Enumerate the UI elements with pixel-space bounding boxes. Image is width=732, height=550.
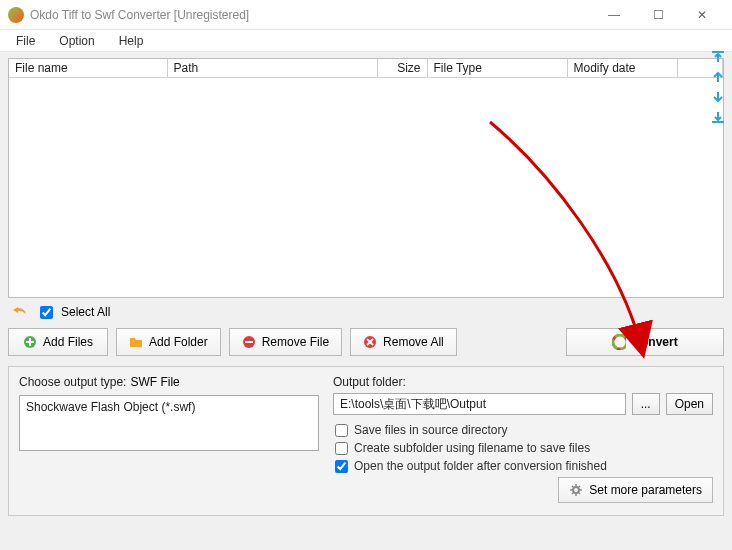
titlebar: Okdo Tiff to Swf Converter [Unregistered…: [0, 0, 732, 30]
output-type-select[interactable]: Shockwave Flash Object (*.swf): [19, 395, 319, 451]
svg-rect-2: [245, 341, 253, 343]
toolbar: Add Files Add Folder Remove File Remove …: [8, 328, 724, 356]
menu-file[interactable]: File: [6, 32, 45, 50]
close-button[interactable]: ✕: [680, 1, 724, 29]
move-up-icon[interactable]: [710, 70, 726, 84]
move-down-icon[interactable]: [710, 90, 726, 104]
undo-icon[interactable]: [12, 304, 32, 320]
create-subfolder-label: Create subfolder using filename to save …: [354, 441, 590, 455]
app-icon: [8, 7, 24, 23]
folder-icon: [129, 335, 143, 349]
col-modify[interactable]: Modify date: [567, 59, 677, 78]
output-folder-input[interactable]: [333, 393, 626, 415]
minus-icon: [242, 335, 256, 349]
remove-all-button[interactable]: Remove All: [350, 328, 457, 356]
create-subfolder-checkbox[interactable]: [335, 442, 348, 455]
svg-point-6: [573, 487, 579, 493]
move-bottom-icon[interactable]: [710, 110, 726, 124]
reorder-icons: [710, 50, 726, 124]
output-panel: Choose output type: SWF File Shockwave F…: [8, 366, 724, 516]
convert-button[interactable]: Convert: [566, 328, 724, 356]
set-more-parameters-button[interactable]: Set more parameters: [558, 477, 713, 503]
select-all-row: Select All: [8, 298, 724, 328]
remove-file-button[interactable]: Remove File: [229, 328, 342, 356]
maximize-button[interactable]: ☐: [636, 1, 680, 29]
save-in-source-label: Save files in source directory: [354, 423, 507, 437]
minimize-button[interactable]: —: [592, 1, 636, 29]
select-all-checkbox[interactable]: [40, 306, 53, 319]
plus-icon: [23, 335, 37, 349]
file-list[interactable]: File name Path Size File Type Modify dat…: [8, 58, 724, 298]
window-title: Okdo Tiff to Swf Converter [Unregistered…: [30, 8, 592, 22]
browse-button[interactable]: ...: [632, 393, 660, 415]
col-filename[interactable]: File name: [9, 59, 167, 78]
menubar: File Option Help: [0, 30, 732, 52]
swf-file-label: SWF File: [130, 375, 179, 389]
save-in-source-checkbox[interactable]: [335, 424, 348, 437]
open-after-checkbox[interactable]: [335, 460, 348, 473]
choose-output-type-label: Choose output type:: [19, 375, 126, 389]
add-files-button[interactable]: Add Files: [8, 328, 108, 356]
menu-help[interactable]: Help: [109, 32, 154, 50]
move-top-icon[interactable]: [710, 50, 726, 64]
gear-icon: [569, 483, 583, 497]
menu-option[interactable]: Option: [49, 32, 104, 50]
open-after-label: Open the output folder after conversion …: [354, 459, 607, 473]
col-size[interactable]: Size: [377, 59, 427, 78]
open-folder-button[interactable]: Open: [666, 393, 713, 415]
select-all-label: Select All: [61, 305, 110, 319]
add-folder-button[interactable]: Add Folder: [116, 328, 221, 356]
output-folder-label: Output folder:: [333, 375, 713, 389]
col-filetype[interactable]: File Type: [427, 59, 567, 78]
convert-icon: [612, 335, 626, 349]
remove-all-icon: [363, 335, 377, 349]
output-type-selected: Shockwave Flash Object (*.swf): [26, 400, 312, 414]
col-path[interactable]: Path: [167, 59, 377, 78]
